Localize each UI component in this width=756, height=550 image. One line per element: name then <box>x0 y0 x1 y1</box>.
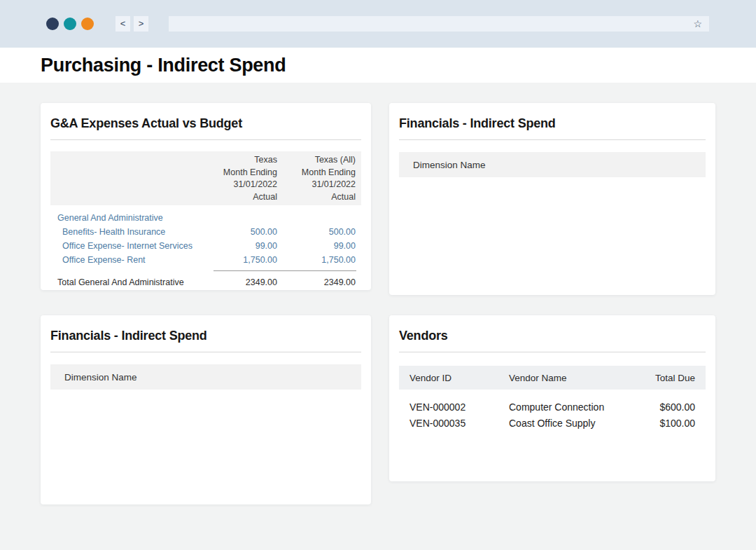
dimension-name-label: Dimension Name <box>413 160 486 170</box>
divider <box>399 139 706 140</box>
gna-total-value1: 2349.00 <box>199 275 283 289</box>
table-row[interactable]: Benefits- Health Insurance 500.00 500.00 <box>50 225 361 239</box>
window-dot-navy <box>46 18 59 30</box>
vendors-card-title: Vendors <box>399 315 706 352</box>
vendor-id: VEN-000035 <box>410 415 509 432</box>
card-gna-expenses: G&A Expenses Actual vs Budget Texas Mont… <box>41 103 371 290</box>
financials-top-title: Financials - Indirect Spend <box>399 103 706 139</box>
dimension-name-label: Dimension Name <box>64 372 137 383</box>
gna-total-label: Total General And Administrative <box>50 275 199 289</box>
browser-bar: < > ☆ <box>0 0 756 48</box>
gna-table-header: Texas Month Ending 31/01/2022 Actual Tex… <box>50 151 361 205</box>
forward-icon: > <box>139 18 144 29</box>
gna-card-title: G&A Expenses Actual vs Budget <box>50 103 361 139</box>
dimension-name-bar[interactable]: Dimension Name <box>399 152 706 177</box>
dimension-name-bar[interactable]: Dimension Name <box>50 364 361 390</box>
vendor-id: VEN-000002 <box>410 399 509 415</box>
card-vendors: Vendors Vendor ID Vendor Name Total Due … <box>389 315 715 481</box>
vendors-header-id: Vendor ID <box>410 373 509 383</box>
table-row[interactable]: Office Expense- Rent 1,750.00 1,750.00 <box>50 253 361 267</box>
window-dots <box>46 18 94 30</box>
bookmark-star-icon[interactable]: ☆ <box>693 19 702 29</box>
back-icon: < <box>120 18 126 29</box>
card-financials-bottom: Financials - Indirect Spend Dimension Na… <box>41 315 371 504</box>
card-financials-top: Financials - Indirect Spend Dimension Na… <box>389 103 715 295</box>
gna-total-row: Total General And Administrative 2349.00… <box>50 275 361 289</box>
total-separator <box>214 270 356 271</box>
window-dot-orange <box>81 18 94 30</box>
vendors-table-header: Vendor ID Vendor Name Total Due <box>399 366 706 390</box>
forward-button[interactable]: > <box>134 16 148 32</box>
financials-bottom-title: Financials - Indirect Spend <box>50 315 361 352</box>
divider <box>50 139 361 140</box>
window-dot-teal <box>64 18 76 30</box>
table-row[interactable]: VEN-000035 Coast Office Supply $100.00 <box>399 415 706 432</box>
gna-section-row[interactable]: General And Administrative <box>50 211 361 225</box>
gna-total-value2: 2349.00 <box>283 275 361 289</box>
table-row[interactable]: Office Expense- Internet Services 99.00 … <box>50 239 361 253</box>
vendors-header-name: Vendor Name <box>509 373 632 383</box>
divider <box>50 352 361 352</box>
table-row[interactable]: VEN-000002 Computer Connection $600.00 <box>399 399 706 415</box>
back-button[interactable]: < <box>115 16 130 32</box>
gna-section-label: General And Administrative <box>50 211 199 225</box>
page-header: Purchasing - Indirect Spend <box>0 48 756 83</box>
vendor-total-due: $100.00 <box>632 415 695 432</box>
page-title: Purchasing - Indirect Spend <box>41 55 286 76</box>
divider <box>399 352 706 352</box>
gna-header-col2: Texas (All) Month Ending 31/01/2022 Actu… <box>283 154 361 203</box>
vendor-name: Computer Connection <box>509 399 632 415</box>
vendors-header-total-due: Total Due <box>632 373 695 383</box>
gna-header-col1: Texas Month Ending 31/01/2022 Actual <box>199 154 283 203</box>
vendor-name: Coast Office Supply <box>509 415 632 432</box>
vendor-total-due: $600.00 <box>632 399 695 415</box>
url-bar[interactable]: ☆ <box>169 16 709 32</box>
